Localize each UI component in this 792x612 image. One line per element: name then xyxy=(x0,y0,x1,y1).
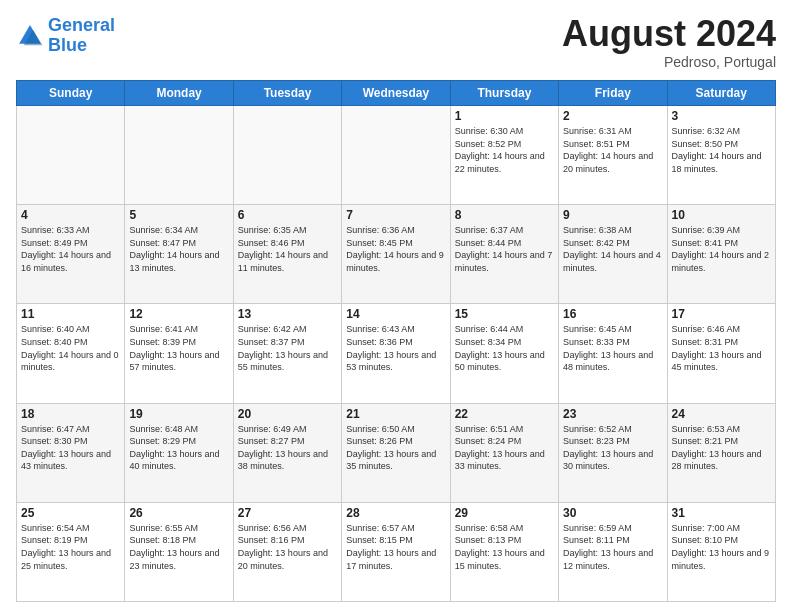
table-row: 22Sunrise: 6:51 AMSunset: 8:24 PMDayligh… xyxy=(450,403,558,502)
day-info: Sunrise: 6:58 AMSunset: 8:13 PMDaylight:… xyxy=(455,522,554,572)
table-row: 1Sunrise: 6:30 AMSunset: 8:52 PMDaylight… xyxy=(450,106,558,205)
day-number: 31 xyxy=(672,506,771,520)
day-number: 16 xyxy=(563,307,662,321)
table-row xyxy=(125,106,233,205)
col-thursday: Thursday xyxy=(450,81,558,106)
table-row: 24Sunrise: 6:53 AMSunset: 8:21 PMDayligh… xyxy=(667,403,775,502)
table-row: 23Sunrise: 6:52 AMSunset: 8:23 PMDayligh… xyxy=(559,403,667,502)
header: General Blue August 2024 Pedroso, Portug… xyxy=(16,16,776,70)
day-number: 4 xyxy=(21,208,120,222)
title-block: August 2024 Pedroso, Portugal xyxy=(562,16,776,70)
calendar-week-4: 25Sunrise: 6:54 AMSunset: 8:19 PMDayligh… xyxy=(17,502,776,601)
table-row: 18Sunrise: 6:47 AMSunset: 8:30 PMDayligh… xyxy=(17,403,125,502)
col-monday: Monday xyxy=(125,81,233,106)
table-row: 21Sunrise: 6:50 AMSunset: 8:26 PMDayligh… xyxy=(342,403,450,502)
table-row: 8Sunrise: 6:37 AMSunset: 8:44 PMDaylight… xyxy=(450,205,558,304)
day-number: 28 xyxy=(346,506,445,520)
day-info: Sunrise: 6:30 AMSunset: 8:52 PMDaylight:… xyxy=(455,125,554,175)
day-number: 30 xyxy=(563,506,662,520)
table-row xyxy=(342,106,450,205)
table-row: 30Sunrise: 6:59 AMSunset: 8:11 PMDayligh… xyxy=(559,502,667,601)
day-info: Sunrise: 6:46 AMSunset: 8:31 PMDaylight:… xyxy=(672,323,771,373)
day-number: 7 xyxy=(346,208,445,222)
day-info: Sunrise: 6:59 AMSunset: 8:11 PMDaylight:… xyxy=(563,522,662,572)
day-info: Sunrise: 6:52 AMSunset: 8:23 PMDaylight:… xyxy=(563,423,662,473)
logo-line2: Blue xyxy=(48,35,87,55)
col-wednesday: Wednesday xyxy=(342,81,450,106)
day-info: Sunrise: 6:44 AMSunset: 8:34 PMDaylight:… xyxy=(455,323,554,373)
col-tuesday: Tuesday xyxy=(233,81,341,106)
col-sunday: Sunday xyxy=(17,81,125,106)
day-info: Sunrise: 6:32 AMSunset: 8:50 PMDaylight:… xyxy=(672,125,771,175)
day-info: Sunrise: 6:43 AMSunset: 8:36 PMDaylight:… xyxy=(346,323,445,373)
table-row xyxy=(233,106,341,205)
table-row: 14Sunrise: 6:43 AMSunset: 8:36 PMDayligh… xyxy=(342,304,450,403)
table-row: 19Sunrise: 6:48 AMSunset: 8:29 PMDayligh… xyxy=(125,403,233,502)
day-number: 18 xyxy=(21,407,120,421)
logo: General Blue xyxy=(16,16,115,56)
calendar-week-0: 1Sunrise: 6:30 AMSunset: 8:52 PMDaylight… xyxy=(17,106,776,205)
day-number: 3 xyxy=(672,109,771,123)
day-info: Sunrise: 6:51 AMSunset: 8:24 PMDaylight:… xyxy=(455,423,554,473)
table-row: 2Sunrise: 6:31 AMSunset: 8:51 PMDaylight… xyxy=(559,106,667,205)
day-number: 26 xyxy=(129,506,228,520)
day-number: 21 xyxy=(346,407,445,421)
table-row: 15Sunrise: 6:44 AMSunset: 8:34 PMDayligh… xyxy=(450,304,558,403)
day-info: Sunrise: 6:35 AMSunset: 8:46 PMDaylight:… xyxy=(238,224,337,274)
logo-text: General Blue xyxy=(48,16,115,56)
subtitle: Pedroso, Portugal xyxy=(562,54,776,70)
table-row: 6Sunrise: 6:35 AMSunset: 8:46 PMDaylight… xyxy=(233,205,341,304)
table-row: 12Sunrise: 6:41 AMSunset: 8:39 PMDayligh… xyxy=(125,304,233,403)
table-row: 13Sunrise: 6:42 AMSunset: 8:37 PMDayligh… xyxy=(233,304,341,403)
table-row: 29Sunrise: 6:58 AMSunset: 8:13 PMDayligh… xyxy=(450,502,558,601)
day-number: 9 xyxy=(563,208,662,222)
day-info: Sunrise: 6:38 AMSunset: 8:42 PMDaylight:… xyxy=(563,224,662,274)
table-row: 9Sunrise: 6:38 AMSunset: 8:42 PMDaylight… xyxy=(559,205,667,304)
logo-line1: General xyxy=(48,15,115,35)
day-info: Sunrise: 6:50 AMSunset: 8:26 PMDaylight:… xyxy=(346,423,445,473)
day-number: 1 xyxy=(455,109,554,123)
day-number: 5 xyxy=(129,208,228,222)
table-row: 5Sunrise: 6:34 AMSunset: 8:47 PMDaylight… xyxy=(125,205,233,304)
table-row: 28Sunrise: 6:57 AMSunset: 8:15 PMDayligh… xyxy=(342,502,450,601)
table-row: 16Sunrise: 6:45 AMSunset: 8:33 PMDayligh… xyxy=(559,304,667,403)
calendar-table: Sunday Monday Tuesday Wednesday Thursday… xyxy=(16,80,776,602)
table-row: 31Sunrise: 7:00 AMSunset: 8:10 PMDayligh… xyxy=(667,502,775,601)
day-info: Sunrise: 6:42 AMSunset: 8:37 PMDaylight:… xyxy=(238,323,337,373)
page: General Blue August 2024 Pedroso, Portug… xyxy=(0,0,792,612)
day-info: Sunrise: 6:55 AMSunset: 8:18 PMDaylight:… xyxy=(129,522,228,572)
calendar-week-3: 18Sunrise: 6:47 AMSunset: 8:30 PMDayligh… xyxy=(17,403,776,502)
day-info: Sunrise: 6:31 AMSunset: 8:51 PMDaylight:… xyxy=(563,125,662,175)
day-info: Sunrise: 6:56 AMSunset: 8:16 PMDaylight:… xyxy=(238,522,337,572)
day-info: Sunrise: 6:41 AMSunset: 8:39 PMDaylight:… xyxy=(129,323,228,373)
table-row: 26Sunrise: 6:55 AMSunset: 8:18 PMDayligh… xyxy=(125,502,233,601)
day-info: Sunrise: 6:39 AMSunset: 8:41 PMDaylight:… xyxy=(672,224,771,274)
day-info: Sunrise: 6:48 AMSunset: 8:29 PMDaylight:… xyxy=(129,423,228,473)
month-title: August 2024 xyxy=(562,16,776,52)
day-number: 14 xyxy=(346,307,445,321)
calendar-week-1: 4Sunrise: 6:33 AMSunset: 8:49 PMDaylight… xyxy=(17,205,776,304)
day-info: Sunrise: 6:53 AMSunset: 8:21 PMDaylight:… xyxy=(672,423,771,473)
day-number: 24 xyxy=(672,407,771,421)
day-info: Sunrise: 7:00 AMSunset: 8:10 PMDaylight:… xyxy=(672,522,771,572)
table-row: 3Sunrise: 6:32 AMSunset: 8:50 PMDaylight… xyxy=(667,106,775,205)
day-info: Sunrise: 6:54 AMSunset: 8:19 PMDaylight:… xyxy=(21,522,120,572)
col-saturday: Saturday xyxy=(667,81,775,106)
day-number: 25 xyxy=(21,506,120,520)
day-number: 6 xyxy=(238,208,337,222)
day-number: 2 xyxy=(563,109,662,123)
day-info: Sunrise: 6:45 AMSunset: 8:33 PMDaylight:… xyxy=(563,323,662,373)
day-number: 13 xyxy=(238,307,337,321)
table-row: 20Sunrise: 6:49 AMSunset: 8:27 PMDayligh… xyxy=(233,403,341,502)
table-row: 27Sunrise: 6:56 AMSunset: 8:16 PMDayligh… xyxy=(233,502,341,601)
calendar-header-row: Sunday Monday Tuesday Wednesday Thursday… xyxy=(17,81,776,106)
day-info: Sunrise: 6:40 AMSunset: 8:40 PMDaylight:… xyxy=(21,323,120,373)
table-row: 10Sunrise: 6:39 AMSunset: 8:41 PMDayligh… xyxy=(667,205,775,304)
day-number: 15 xyxy=(455,307,554,321)
day-number: 17 xyxy=(672,307,771,321)
day-info: Sunrise: 6:36 AMSunset: 8:45 PMDaylight:… xyxy=(346,224,445,274)
day-number: 10 xyxy=(672,208,771,222)
day-number: 20 xyxy=(238,407,337,421)
table-row: 25Sunrise: 6:54 AMSunset: 8:19 PMDayligh… xyxy=(17,502,125,601)
day-number: 8 xyxy=(455,208,554,222)
